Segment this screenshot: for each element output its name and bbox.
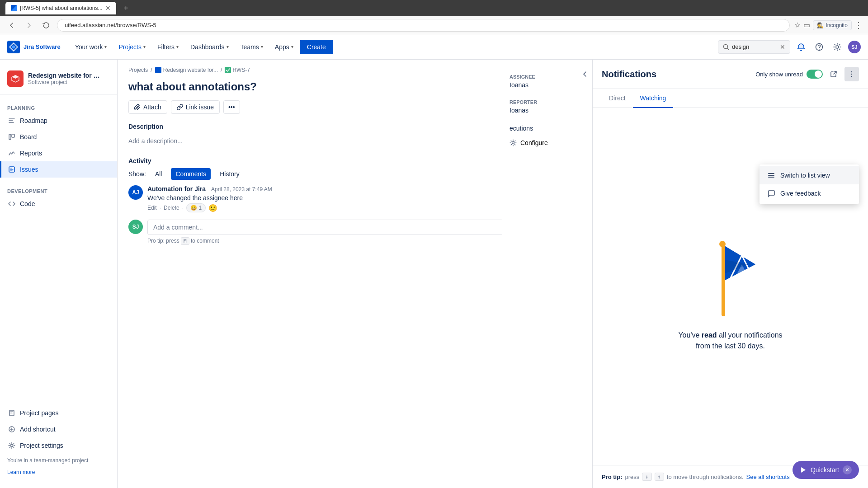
breadcrumb-projects[interactable]: Projects bbox=[128, 67, 148, 73]
only-unread-toggle[interactable] bbox=[807, 70, 823, 79]
notifications-tabs: Direct Watching bbox=[593, 89, 868, 108]
content-area: Projects / Redesign website for... / RWS… bbox=[118, 60, 868, 488]
breadcrumb-issue: RWS-7 bbox=[225, 67, 250, 73]
help-icon[interactable] bbox=[812, 40, 826, 54]
breadcrumb-sep1: / bbox=[151, 67, 152, 73]
development-section: DEVELOPMENT Code bbox=[0, 181, 117, 216]
tab-close-button[interactable]: ✕ bbox=[105, 5, 111, 12]
reaction-icon[interactable]: 🙂 bbox=[208, 204, 217, 212]
feedback-icon bbox=[767, 189, 776, 198]
comment-input-placeholder: Add a comment... bbox=[153, 224, 203, 231]
pages-icon bbox=[7, 408, 16, 418]
sidebar-item-reports[interactable]: Reports bbox=[0, 145, 117, 161]
sidebar-item-project-settings[interactable]: Project settings bbox=[0, 437, 117, 454]
create-button[interactable]: Create bbox=[300, 40, 333, 54]
sidebar-item-roadmap[interactable]: Roadmap bbox=[0, 113, 117, 129]
avatar[interactable]: SJ bbox=[848, 41, 861, 53]
see-all-shortcuts-link[interactable]: See all shortcuts bbox=[746, 474, 790, 480]
notif-key-down: ↓ bbox=[642, 473, 651, 481]
sidebar-item-board[interactable]: Board bbox=[0, 129, 117, 145]
sidebar-item-issues[interactable]: Issues bbox=[0, 161, 117, 178]
filter-history[interactable]: History bbox=[215, 168, 244, 180]
toggle-knob bbox=[815, 70, 822, 78]
delete-comment-link[interactable]: Delete bbox=[164, 205, 179, 211]
star-icon[interactable]: ☆ bbox=[794, 21, 801, 29]
notifications-panel: Notifications Only show unread bbox=[592, 60, 868, 488]
nav-teams-label: Teams bbox=[241, 43, 259, 51]
chevron-down-icon: ▾ bbox=[104, 44, 107, 49]
emoji-badge[interactable]: 😀 1 bbox=[186, 203, 206, 212]
nav-filters[interactable]: Filters ▾ bbox=[152, 40, 184, 54]
settings-icon[interactable] bbox=[830, 40, 844, 54]
browser-tab[interactable]: [RWS-5] what about annotations... ✕ bbox=[5, 2, 116, 14]
new-tab-button[interactable]: + bbox=[120, 2, 132, 14]
attach-button[interactable]: Attach bbox=[128, 100, 167, 114]
board-icon bbox=[7, 132, 16, 141]
learn-more-link[interactable]: Learn more bbox=[0, 467, 117, 477]
app-header: Jira Software Your work ▾ Projects ▾ Fil… bbox=[0, 34, 868, 60]
app-name: Jira Software bbox=[24, 43, 61, 50]
nav-apps[interactable]: Apps ▾ bbox=[269, 40, 299, 54]
search-icon bbox=[723, 44, 729, 50]
more-options-button[interactable] bbox=[844, 67, 859, 81]
pro-tip-text: to comment bbox=[191, 238, 219, 244]
notifications-bell-icon[interactable] bbox=[794, 40, 808, 54]
project-pages-label: Project pages bbox=[20, 409, 59, 417]
filter-comments[interactable]: Comments bbox=[171, 168, 211, 180]
direct-tab-label: Direct bbox=[609, 94, 626, 102]
filter-all[interactable]: All bbox=[151, 168, 167, 180]
tab-direct[interactable]: Direct bbox=[602, 89, 633, 108]
svg-rect-25 bbox=[768, 177, 774, 178]
emoji-icon: 😀 bbox=[190, 205, 197, 211]
url-text: uifeed.atlassian.net/browse/RWS-5 bbox=[65, 22, 156, 28]
dot-sep1: · bbox=[160, 205, 161, 211]
configure-button[interactable]: Configure bbox=[509, 136, 585, 150]
nav-teams[interactable]: Teams ▾ bbox=[235, 40, 269, 54]
nav-projects[interactable]: Projects ▾ bbox=[113, 40, 151, 54]
roadmap-icon bbox=[7, 116, 16, 125]
search-clear-icon[interactable]: ✕ bbox=[780, 43, 785, 51]
back-button[interactable] bbox=[5, 19, 18, 32]
reporter-label: Reporter bbox=[509, 99, 585, 105]
only-unread-label: Only show unread bbox=[755, 71, 803, 78]
sidebar-item-code[interactable]: Code bbox=[0, 196, 117, 212]
notif-tip-text2: to move through notifications. bbox=[667, 474, 744, 480]
dropdown-menu: Switch to list view Give feedback bbox=[760, 164, 859, 204]
quickstart-button[interactable]: Quickstart ✕ bbox=[793, 461, 859, 479]
reload-button[interactable] bbox=[40, 19, 52, 32]
breadcrumb-project-icon: Redesign website for... bbox=[155, 67, 218, 73]
incognito-label: Incognito bbox=[826, 22, 848, 28]
issues-label: Issues bbox=[20, 166, 38, 173]
breadcrumb-rws[interactable]: RWS-7 bbox=[232, 67, 250, 73]
app-logo[interactable]: Jira Software bbox=[7, 41, 61, 53]
breadcrumb-project[interactable]: Redesign website for... bbox=[163, 67, 218, 73]
notifications-illustration bbox=[685, 221, 776, 321]
svg-point-5 bbox=[819, 49, 820, 50]
configure-label: Configure bbox=[520, 139, 548, 146]
cast-icon[interactable]: ▭ bbox=[803, 21, 810, 29]
svg-point-6 bbox=[836, 46, 839, 48]
sidebar-item-project-pages[interactable]: Project pages bbox=[0, 405, 117, 421]
address-input[interactable]: uifeed.atlassian.net/browse/RWS-5 bbox=[57, 19, 790, 32]
more-icon: ••• bbox=[228, 103, 235, 111]
more-button[interactable]: ••• bbox=[223, 100, 240, 114]
planning-label: PLANNING bbox=[0, 102, 117, 113]
quickstart-close-button[interactable]: ✕ bbox=[843, 465, 852, 474]
menu-icon[interactable]: ⋮ bbox=[854, 20, 863, 30]
forward-button[interactable] bbox=[23, 19, 35, 32]
sidebar-item-add-shortcut[interactable]: Add shortcut bbox=[0, 421, 117, 437]
dropdown-switch-list-view[interactable]: Switch to list view bbox=[760, 166, 859, 184]
search-box[interactable]: design ✕ bbox=[718, 40, 790, 54]
nav-dashboards[interactable]: Dashboards ▾ bbox=[185, 40, 234, 54]
tab-watching[interactable]: Watching bbox=[633, 89, 674, 108]
edit-comment-link[interactable]: Edit bbox=[147, 205, 157, 211]
nav-your-work[interactable]: Your work ▾ bbox=[70, 40, 113, 54]
dropdown-give-feedback[interactable]: Give feedback bbox=[760, 184, 859, 202]
collapse-button[interactable] bbox=[581, 70, 589, 79]
executions-section: ecutions bbox=[509, 125, 585, 132]
link-issue-button[interactable]: Link issue bbox=[171, 100, 220, 114]
chevron-down-icon: ▾ bbox=[143, 44, 146, 49]
nav-your-work-label: Your work bbox=[75, 43, 103, 51]
open-external-icon[interactable] bbox=[826, 67, 841, 81]
address-bar: uifeed.atlassian.net/browse/RWS-5 ☆ ▭ 🕵 … bbox=[0, 16, 868, 34]
